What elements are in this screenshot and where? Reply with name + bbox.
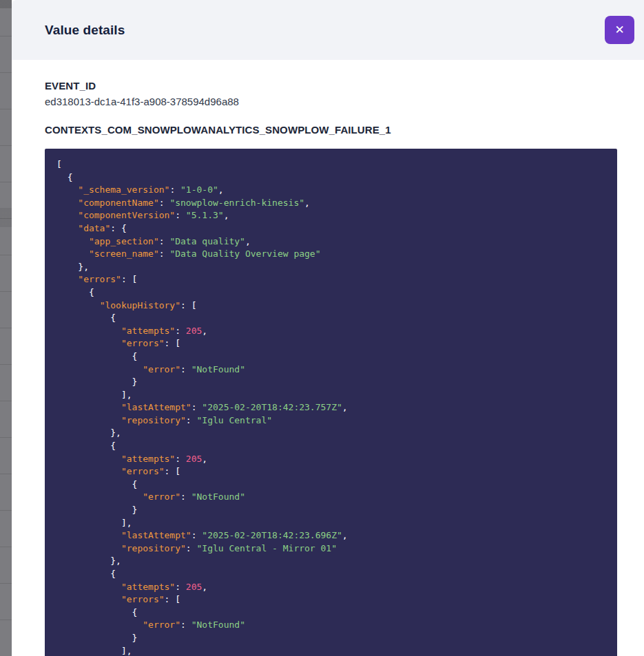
event-id-label: EVENT_ID [45, 80, 617, 92]
json-code-block: [ { "_schema_version": "1-0-0", "compone… [45, 149, 617, 656]
json-code-content: [ { "_schema_version": "1-0-0", "compone… [56, 158, 606, 656]
modal-title: Value details [45, 23, 605, 38]
modal-body: EVENT_ID ed318013-dc1a-41f3-a908-378594d… [12, 60, 644, 656]
event-id-value: ed318013-dc1a-41f3-a908-378594d96a88 [45, 96, 617, 107]
contexts-failure-label: CONTEXTS_COM_SNOWPLOWANALYTICS_SNOWPLOW_… [45, 124, 617, 136]
close-icon: ✕ [614, 24, 624, 36]
modal-backdrop[interactable] [0, 0, 12, 656]
modal-header: Value details ✕ [12, 0, 644, 60]
screen: Value details ✕ EVENT_ID ed318013-dc1a-4… [0, 0, 644, 656]
value-details-modal: Value details ✕ EVENT_ID ed318013-dc1a-4… [12, 0, 644, 656]
close-button[interactable]: ✕ [605, 16, 634, 44]
